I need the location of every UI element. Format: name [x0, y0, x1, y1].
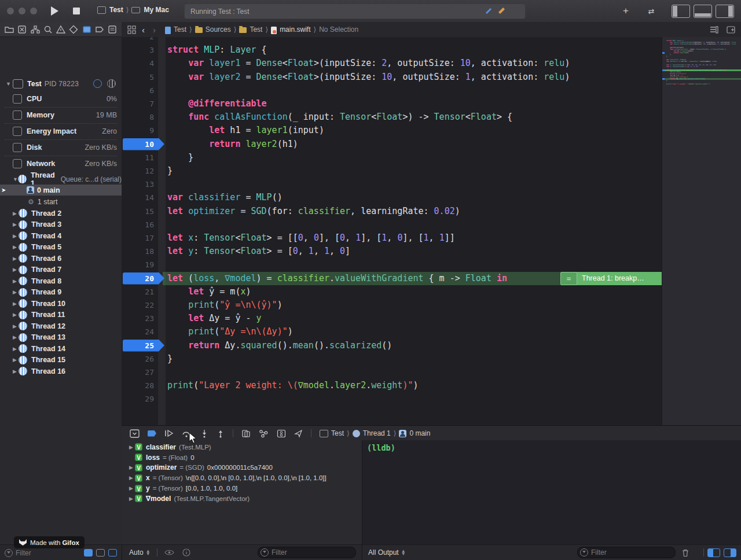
line-number[interactable]: 3	[122, 43, 154, 57]
variable-row[interactable]: ▶Vy= (Tensor)[0.0, 1.0, 1.0, 0.0]	[122, 483, 362, 493]
thread-row[interactable]: ▶Thread 2	[0, 208, 122, 219]
line-number[interactable]: 11	[122, 151, 154, 164]
variables-view[interactable]: ▶Vclassifier(Test.MLP)▶Vloss= (Float)0▶V…	[122, 440, 362, 544]
code-line[interactable]: 26}	[122, 352, 741, 366]
report-navigator-icon[interactable]	[108, 25, 117, 34]
line-number[interactable]: 5	[122, 71, 154, 84]
code-line[interactable]: 15let optimizer = SGD(for: classifier, l…	[122, 205, 741, 218]
stack-frame-row[interactable]: ⚙1 start	[0, 196, 122, 207]
go-forward-button[interactable]: ›	[153, 25, 156, 35]
project-navigator-icon[interactable]	[5, 25, 14, 34]
code-line[interactable]: 8 func callAsFunction(_ input: Tensor<Fl…	[122, 110, 741, 124]
debug-crumb-thread[interactable]: Thread 1	[353, 429, 391, 437]
scheme-selector[interactable]: Test ⟩ My Mac	[97, 6, 169, 14]
thread-row[interactable]: ▶Thread 9	[0, 287, 122, 298]
disclosure-triangle-icon[interactable]: ▶	[129, 444, 135, 450]
code-line[interactable]: 6	[122, 84, 741, 97]
variable-row[interactable]: ▶Vx= (Tensor)\n[[0.0, 0.0],\n [0.0, 1.0]…	[122, 473, 362, 483]
disclosure-triangle-icon[interactable]: ▶	[129, 496, 135, 502]
code-line[interactable]: 12}	[122, 164, 741, 178]
thread-row[interactable]: ▶Thread 5	[0, 242, 122, 253]
line-number[interactable]: 10	[122, 138, 154, 151]
thread-row[interactable]: ▶Thread 12	[0, 320, 122, 331]
line-number[interactable]: 9	[122, 124, 154, 137]
editor-swap-button[interactable]: ⇄	[641, 4, 661, 18]
line-number[interactable]: 15	[122, 205, 154, 218]
filter-toggle-2-icon[interactable]	[96, 549, 105, 557]
gauge-row-energy-impact[interactable]: Energy ImpactZero	[0, 123, 122, 139]
line-number[interactable]: 13	[122, 178, 154, 191]
line-number[interactable]: 18	[122, 245, 154, 258]
console-output[interactable]: (lldb)	[362, 440, 741, 544]
code-line[interactable]: 4 var layer1 = Dense<Float>(inputSize: 2…	[122, 57, 741, 70]
thread-row[interactable]: ▶Thread 3	[0, 219, 122, 230]
gauge-row-disk[interactable]: DiskZero KB/s	[0, 139, 122, 156]
zoom-window-icon[interactable]	[30, 8, 37, 14]
breakpoint-navigator-icon[interactable]	[95, 25, 104, 34]
annotation-equals-button[interactable]: =	[560, 272, 577, 285]
issue-navigator-icon[interactable]	[56, 25, 65, 34]
gauge-row-cpu[interactable]: CPU0%	[0, 91, 122, 107]
toggle-debug-area-button[interactable]	[694, 5, 712, 18]
add-editor-icon[interactable]	[727, 26, 735, 34]
breadcrumb-sources[interactable]: Sources	[206, 25, 231, 34]
variable-row[interactable]: ▶V∇model(Test.MLP.TangentVector)	[122, 493, 362, 504]
symbol-navigator-icon[interactable]	[31, 25, 40, 34]
code-line[interactable]: 16	[122, 218, 741, 231]
line-number[interactable]: 19	[122, 258, 154, 271]
toggle-inspector-button[interactable]	[716, 5, 734, 18]
breakpoints-toggle-icon[interactable]	[148, 430, 156, 437]
show-variables-view-toggle[interactable]	[707, 548, 720, 557]
console-output-select[interactable]: All Output	[368, 548, 399, 557]
console-filter-field[interactable]: Filter	[577, 547, 676, 558]
destination-name[interactable]: My Mac	[144, 6, 168, 14]
breadcrumb-file[interactable]: main.swift	[280, 25, 310, 34]
line-number[interactable]: 12	[122, 164, 154, 178]
code-line[interactable]: 13	[122, 178, 741, 191]
hide-debug-area-icon[interactable]	[130, 429, 140, 438]
stack-frame-row[interactable]: ➤0 main	[0, 185, 122, 196]
thread-row[interactable]: ▶Thread 6	[0, 253, 122, 264]
code-line[interactable]: 27	[122, 366, 741, 379]
line-number[interactable]: 27	[122, 366, 154, 379]
disclosure-triangle-icon[interactable]: ▶	[129, 465, 135, 470]
source-control-navigator-icon[interactable]	[17, 25, 27, 34]
variable-row[interactable]: ▶Vloss= (Float)0	[122, 452, 362, 463]
code-line[interactable]: 23 let Δy = ŷ - y	[122, 312, 741, 325]
breadcrumb-selection[interactable]: No Selection	[319, 25, 358, 34]
code-line[interactable]: 18let y: Tensor<Float> = [0, 1, 1, 0]	[122, 245, 741, 258]
debug-memory-graph-icon[interactable]	[259, 429, 269, 438]
line-number[interactable]: 7	[122, 97, 154, 110]
code-line[interactable]: 24 print("Δy =\n\(Δy)")	[122, 325, 741, 338]
line-number[interactable]: 4	[122, 57, 154, 70]
line-number[interactable]: 16	[122, 218, 154, 231]
info-icon[interactable]	[182, 548, 190, 557]
thread-row[interactable]: ▶Thread 14	[0, 343, 122, 354]
debug-crumb-process[interactable]: Test	[320, 429, 344, 437]
library-button[interactable]: +	[617, 4, 634, 18]
source-editor[interactable]: 23struct MLP: Layer {4 var layer1 = Dens…	[122, 37, 741, 425]
thread-row[interactable]: ▶Thread 7	[0, 264, 122, 275]
related-items-icon[interactable]	[127, 25, 136, 34]
close-window-icon[interactable]	[7, 8, 14, 14]
code-line[interactable]: 11 }	[122, 151, 741, 164]
code-line[interactable]: 19	[122, 258, 741, 271]
breakpoint-annotation[interactable]: =Thread 1: breakp…	[560, 272, 662, 285]
scheme-name[interactable]: Test	[109, 6, 123, 14]
line-number[interactable]: 6	[122, 84, 154, 97]
filter-toggle-3-icon[interactable]	[108, 549, 117, 557]
variables-scope-select[interactable]: Auto	[129, 548, 144, 557]
line-number[interactable]: 24	[122, 325, 154, 338]
simulate-location-icon[interactable]	[294, 429, 303, 438]
line-number[interactable]: 14	[122, 191, 154, 204]
run-button[interactable]	[45, 4, 64, 18]
clear-console-trash-icon[interactable]	[681, 548, 689, 557]
line-number[interactable]: 2	[122, 37, 154, 43]
gauge-row-network[interactable]: NetworkZero KB/s	[0, 156, 122, 172]
disclosure-triangle-icon[interactable]: ▶	[129, 475, 135, 481]
debug-view-hierarchy-icon[interactable]	[241, 429, 251, 438]
code-line[interactable]: 25 return Δy.squared().mean().scalarized…	[122, 339, 741, 352]
go-back-button[interactable]: ‹	[142, 25, 145, 35]
code-line[interactable]: 9 let h1 = layer1(input)	[122, 124, 741, 137]
code-line[interactable]: 2	[122, 37, 741, 43]
